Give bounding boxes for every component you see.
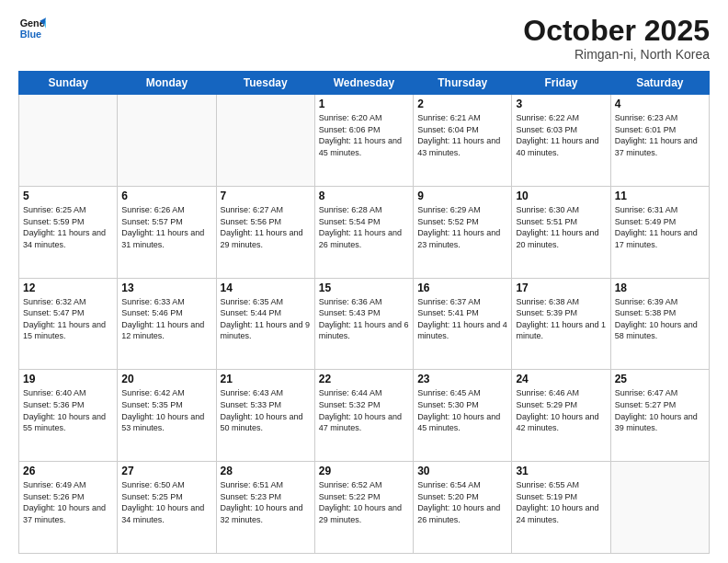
cell-info: Sunrise: 6:45 AM Sunset: 5:30 PM Dayligh… [417,387,507,433]
calendar-cell: 25Sunrise: 6:47 AM Sunset: 5:27 PM Dayli… [610,370,709,462]
calendar-cell: 8Sunrise: 6:28 AM Sunset: 5:54 PM Daylig… [314,186,413,278]
day-number: 16 [417,282,507,294]
day-number: 23 [417,373,507,385]
calendar-cell: 6Sunrise: 6:26 AM Sunset: 5:57 PM Daylig… [118,186,216,278]
logo-icon: General Blue [18,15,46,42]
cell-info: Sunrise: 6:51 AM Sunset: 5:23 PM Dayligh… [221,479,311,525]
cell-info: Sunrise: 6:43 AM Sunset: 5:33 PM Dayligh… [221,387,311,433]
calendar-cell [610,462,709,554]
calendar-cell: 7Sunrise: 6:27 AM Sunset: 5:56 PM Daylig… [216,186,314,278]
calendar-cell: 2Sunrise: 6:21 AM Sunset: 6:04 PM Daylig… [414,95,512,187]
calendar-cell: 4Sunrise: 6:23 AM Sunset: 6:01 PM Daylig… [610,95,709,187]
cell-info: Sunrise: 6:22 AM Sunset: 6:03 PM Dayligh… [516,112,606,158]
cell-info: Sunrise: 6:31 AM Sunset: 5:49 PM Dayligh… [615,204,705,250]
day-number: 6 [121,190,211,202]
day-number: 10 [516,190,606,202]
day-number: 5 [23,190,113,202]
calendar-cell [216,95,314,187]
calendar-cell: 17Sunrise: 6:38 AM Sunset: 5:39 PM Dayli… [512,278,610,370]
cell-info: Sunrise: 6:52 AM Sunset: 5:22 PM Dayligh… [319,479,409,525]
cell-info: Sunrise: 6:21 AM Sunset: 6:04 PM Dayligh… [417,112,507,158]
calendar-cell: 18Sunrise: 6:39 AM Sunset: 5:38 PM Dayli… [610,278,709,370]
calendar-cell: 30Sunrise: 6:54 AM Sunset: 5:20 PM Dayli… [414,462,512,554]
day-number: 29 [319,465,409,477]
day-number: 14 [221,282,311,294]
month-title: October 2025 [523,15,710,47]
cell-info: Sunrise: 6:27 AM Sunset: 5:56 PM Dayligh… [221,204,311,250]
day-number: 13 [121,282,211,294]
day-number: 26 [23,465,113,477]
cell-info: Sunrise: 6:25 AM Sunset: 5:59 PM Dayligh… [23,204,113,250]
header: General Blue October 2025 Rimgan-ni, Nor… [18,15,710,62]
cell-info: Sunrise: 6:54 AM Sunset: 5:20 PM Dayligh… [417,479,507,525]
cell-info: Sunrise: 6:50 AM Sunset: 5:25 PM Dayligh… [121,479,211,525]
cell-info: Sunrise: 6:37 AM Sunset: 5:41 PM Dayligh… [417,296,507,342]
calendar-cell: 23Sunrise: 6:45 AM Sunset: 5:30 PM Dayli… [414,370,512,462]
calendar-week-4: 26Sunrise: 6:49 AM Sunset: 5:26 PM Dayli… [19,462,710,554]
calendar-cell [118,95,216,187]
col-thursday: Thursday [414,72,512,95]
cell-info: Sunrise: 6:55 AM Sunset: 5:19 PM Dayligh… [516,479,606,525]
day-number: 4 [615,98,705,110]
cell-info: Sunrise: 6:42 AM Sunset: 5:35 PM Dayligh… [121,387,211,433]
calendar-cell: 3Sunrise: 6:22 AM Sunset: 6:03 PM Daylig… [512,95,610,187]
col-saturday: Saturday [610,72,709,95]
calendar-cell: 13Sunrise: 6:33 AM Sunset: 5:46 PM Dayli… [118,278,216,370]
calendar-cell: 28Sunrise: 6:51 AM Sunset: 5:23 PM Dayli… [216,462,314,554]
calendar-header-row: Sunday Monday Tuesday Wednesday Thursday… [19,72,710,95]
calendar-cell: 15Sunrise: 6:36 AM Sunset: 5:43 PM Dayli… [314,278,413,370]
calendar-table: Sunday Monday Tuesday Wednesday Thursday… [18,71,710,554]
calendar-cell [19,95,118,187]
cell-info: Sunrise: 6:46 AM Sunset: 5:29 PM Dayligh… [516,387,606,433]
day-number: 1 [319,98,409,110]
cell-info: Sunrise: 6:20 AM Sunset: 6:06 PM Dayligh… [319,112,409,158]
day-number: 24 [516,373,606,385]
col-monday: Monday [118,72,216,95]
calendar-cell: 1Sunrise: 6:20 AM Sunset: 6:06 PM Daylig… [314,95,413,187]
cell-info: Sunrise: 6:38 AM Sunset: 5:39 PM Dayligh… [516,296,606,342]
calendar-cell: 22Sunrise: 6:44 AM Sunset: 5:32 PM Dayli… [314,370,413,462]
calendar-cell: 16Sunrise: 6:37 AM Sunset: 5:41 PM Dayli… [414,278,512,370]
cell-info: Sunrise: 6:39 AM Sunset: 5:38 PM Dayligh… [615,296,705,342]
calendar-week-0: 1Sunrise: 6:20 AM Sunset: 6:06 PM Daylig… [19,95,710,187]
calendar-cell: 20Sunrise: 6:42 AM Sunset: 5:35 PM Dayli… [118,370,216,462]
cell-info: Sunrise: 6:29 AM Sunset: 5:52 PM Dayligh… [417,204,507,250]
calendar-cell: 26Sunrise: 6:49 AM Sunset: 5:26 PM Dayli… [19,462,118,554]
day-number: 19 [23,373,113,385]
cell-info: Sunrise: 6:35 AM Sunset: 5:44 PM Dayligh… [221,296,311,342]
day-number: 18 [615,282,705,294]
col-wednesday: Wednesday [314,72,413,95]
calendar-cell: 29Sunrise: 6:52 AM Sunset: 5:22 PM Dayli… [314,462,413,554]
svg-text:General: General [20,17,46,29]
col-sunday: Sunday [19,72,118,95]
day-number: 2 [417,98,507,110]
day-number: 3 [516,98,606,110]
day-number: 17 [516,282,606,294]
calendar-cell: 12Sunrise: 6:32 AM Sunset: 5:47 PM Dayli… [19,278,118,370]
calendar-cell: 5Sunrise: 6:25 AM Sunset: 5:59 PM Daylig… [19,186,118,278]
calendar-cell: 10Sunrise: 6:30 AM Sunset: 5:51 PM Dayli… [512,186,610,278]
day-number: 25 [615,373,705,385]
calendar-week-2: 12Sunrise: 6:32 AM Sunset: 5:47 PM Dayli… [19,278,710,370]
cell-info: Sunrise: 6:40 AM Sunset: 5:36 PM Dayligh… [23,387,113,433]
col-tuesday: Tuesday [216,72,314,95]
day-number: 15 [319,282,409,294]
day-number: 9 [417,190,507,202]
calendar-cell: 27Sunrise: 6:50 AM Sunset: 5:25 PM Dayli… [118,462,216,554]
calendar-cell: 9Sunrise: 6:29 AM Sunset: 5:52 PM Daylig… [414,186,512,278]
day-number: 30 [417,465,507,477]
col-friday: Friday [512,72,610,95]
cell-info: Sunrise: 6:28 AM Sunset: 5:54 PM Dayligh… [319,204,409,250]
day-number: 11 [615,190,705,202]
title-block: October 2025 Rimgan-ni, North Korea [523,15,710,62]
cell-info: Sunrise: 6:33 AM Sunset: 5:46 PM Dayligh… [121,296,211,342]
calendar-week-3: 19Sunrise: 6:40 AM Sunset: 5:36 PM Dayli… [19,370,710,462]
cell-info: Sunrise: 6:36 AM Sunset: 5:43 PM Dayligh… [319,296,409,342]
day-number: 12 [23,282,113,294]
calendar-cell: 11Sunrise: 6:31 AM Sunset: 5:49 PM Dayli… [610,186,709,278]
page: General Blue October 2025 Rimgan-ni, Nor… [0,0,728,563]
day-number: 27 [121,465,211,477]
cell-info: Sunrise: 6:47 AM Sunset: 5:27 PM Dayligh… [615,387,705,433]
cell-info: Sunrise: 6:30 AM Sunset: 5:51 PM Dayligh… [516,204,606,250]
cell-info: Sunrise: 6:49 AM Sunset: 5:26 PM Dayligh… [23,479,113,525]
